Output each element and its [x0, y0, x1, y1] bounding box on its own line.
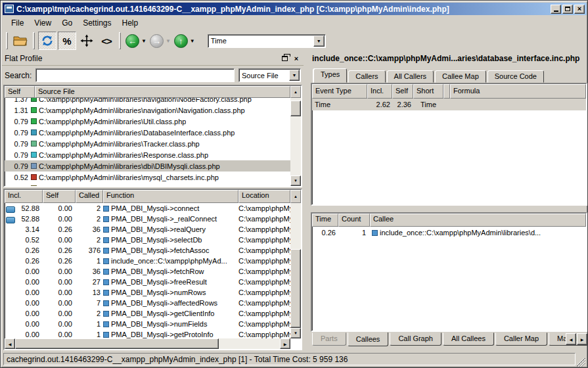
scrollbar-thumb[interactable]: [15, 338, 219, 349]
toolbar-handle[interactable]: [119, 32, 121, 49]
menu-go[interactable]: Go: [57, 17, 78, 29]
back-icon: ←: [128, 37, 137, 45]
function-row[interactable]: 52.880.002PMA_DBI_Mysqli->connectC:\xamp…: [5, 203, 290, 214]
scrollbar-thumb[interactable]: [290, 101, 301, 116]
col-event-type[interactable]: Event Type: [312, 84, 367, 99]
open-file-button[interactable]: [11, 32, 30, 50]
scroll-left-icon[interactable]: ◀: [5, 338, 15, 349]
tab-call-graph[interactable]: Call Graph: [390, 333, 441, 346]
tab-parts[interactable]: Parts: [312, 333, 346, 346]
scroll-up-icon[interactable]: ▲: [290, 190, 301, 203]
menu-file[interactable]: File: [6, 17, 29, 29]
function-row[interactable]: 0.260.261include_once::C:\xampp\phpMyAd.…: [5, 256, 290, 266]
callee-row[interactable]: 0.26 1 include_once::C:\xampp\phpMyAdmin…: [312, 227, 586, 239]
refresh-button[interactable]: [38, 32, 57, 50]
back-button[interactable]: ←: [125, 34, 139, 48]
function-row[interactable]: 0.000.0027PMA_DBI_Mysqli->freeResultC:\x…: [5, 277, 290, 287]
function-row[interactable]: 52.880.002PMA_DBI_Mysqli->_realConnectC:…: [5, 214, 290, 224]
col-incl[interactable]: Incl.: [367, 84, 392, 99]
toolbar-handle[interactable]: [33, 32, 35, 49]
function-row[interactable]: 3.140.2636PMA_DBI_Mysqli->realQueryC:\xa…: [5, 224, 290, 235]
panel-splitter[interactable]: [304, 52, 311, 350]
source-file-row[interactable]: 1.31C:\xampp\phpMyAdmin\libraries\naviga…: [5, 104, 290, 116]
title-bar[interactable]: C:\xampp\tmp\cachegrind.out.1416463299-C…: [3, 3, 587, 15]
tab-all-callees[interactable]: All Callees: [443, 333, 494, 346]
forward-button[interactable]: →: [150, 34, 164, 48]
source-file-row[interactable]: 0.52C:\xampp\phpMyAdmin\libraries\mysql_…: [5, 172, 290, 183]
search-input[interactable]: [35, 68, 235, 82]
dock-float-button[interactable]: [280, 55, 289, 63]
tab-callers[interactable]: Callers: [348, 70, 385, 83]
tab-scroll-right-icon[interactable]: ▶: [577, 333, 587, 345]
event-type-row[interactable]: Time 2.62 2.36 Time: [312, 99, 586, 110]
col-short[interactable]: Short: [413, 84, 443, 99]
chevron-down-icon[interactable]: ▼: [289, 70, 300, 81]
col-time[interactable]: Time: [312, 214, 338, 227]
dock-close-button[interactable]: ×: [292, 55, 301, 63]
function-row[interactable]: 0.000.001PMA_DBI_Mysqli->numFieldsC:\xam…: [5, 319, 290, 329]
scroll-up-icon[interactable]: ▲: [290, 86, 301, 98]
col-called[interactable]: Called: [76, 190, 103, 203]
source-file-row[interactable]: 0.79C:\xampp\phpMyAdmin\libraries\dbi\DB…: [5, 160, 290, 172]
function-row[interactable]: 0.000.001PMA_DBI_Mysqli->getProtoInfoC:\…: [5, 329, 290, 338]
resize-grip[interactable]: [577, 358, 585, 367]
tab-callees[interactable]: Callees: [348, 333, 389, 346]
function-table-vscrollbar[interactable]: ▼: [290, 203, 301, 338]
scroll-down-icon[interactable]: ▼: [290, 328, 301, 338]
types-table: Event Type Incl. Self Short Formula Time…: [311, 83, 587, 206]
tab-source-code[interactable]: Source Code: [487, 70, 544, 83]
source-list-vscrollbar[interactable]: ▼: [290, 98, 301, 186]
minimize-button[interactable]: [551, 5, 561, 14]
source-file-row[interactable]: 0.52C:\xampp\phpMyAdmin\libraries\user_p…: [5, 183, 290, 186]
tab-callee-map[interactable]: Callee Map: [435, 70, 486, 83]
col-incl[interactable]: Incl.: [5, 190, 43, 203]
source-file-row[interactable]: 0.79C:\xampp\phpMyAdmin\libraries\Tracke…: [5, 138, 290, 149]
percent-toggle-button[interactable]: %: [58, 32, 76, 50]
col-function[interactable]: Function: [103, 190, 238, 203]
event-type-selector[interactable]: Time ▼: [208, 34, 326, 48]
col-callee[interactable]: Callee: [370, 214, 586, 227]
menu-help[interactable]: Help: [117, 17, 144, 29]
col-formula[interactable]: Formula: [450, 84, 586, 99]
function-row[interactable]: 0.000.0013PMA_DBI_Mysqli->numRowsC:\xamp…: [5, 287, 290, 298]
col-self[interactable]: Self: [43, 190, 76, 203]
tab-types[interactable]: Types: [313, 68, 347, 83]
chevron-down-icon[interactable]: ▼: [313, 35, 325, 47]
source-file-row[interactable]: 1.37C:\xampp\phpMyAdmin\libraries\naviga…: [5, 98, 290, 104]
tab-all-callers[interactable]: All Callers: [387, 70, 434, 83]
function-row[interactable]: 0.260.26376PMA_DBI_Mysqli->fetchAssocC:\…: [5, 245, 290, 256]
menu-settings[interactable]: Settings: [78, 17, 116, 29]
scroll-right-icon[interactable]: ▶: [280, 338, 290, 349]
function-table-hscrollbar[interactable]: ◀ ▶: [5, 338, 290, 349]
toolbar-handle[interactable]: [6, 32, 8, 49]
function-row[interactable]: 0.000.002PMA_DBI_Mysqli->getClientInfoC:…: [5, 308, 290, 319]
cycle-detail-button[interactable]: <>: [97, 32, 116, 50]
source-file-row[interactable]: 0.79C:\xampp\phpMyAdmin\libraries\Util.c…: [5, 116, 290, 127]
flat-profile-header[interactable]: Flat Profile ×: [2, 52, 304, 66]
source-file-row[interactable]: 0.79C:\xampp\phpMyAdmin\libraries\Respon…: [5, 149, 290, 160]
group-selector[interactable]: Source File ▼: [238, 68, 301, 82]
function-row[interactable]: 0.520.002PMA_DBI_Mysqli->selectDbC:\xamp…: [5, 235, 290, 245]
scrollbar-thumb[interactable]: [290, 249, 301, 328]
up-dropdown[interactable]: ▼: [188, 38, 198, 44]
up-button[interactable]: ↑: [174, 34, 188, 48]
maximize-button[interactable]: [562, 5, 573, 14]
function-row[interactable]: 0.000.0036PMA_DBI_Mysqli->fetchRowC:\xam…: [5, 266, 290, 277]
menu-view[interactable]: View: [29, 17, 57, 29]
close-button[interactable]: ×: [574, 5, 585, 14]
function-name: PMA_DBI_Mysqli->fetchAssoc: [111, 246, 209, 254]
tab-scroll-left-icon[interactable]: ◀: [566, 333, 576, 345]
col-spacer[interactable]: [443, 84, 450, 99]
col-count[interactable]: Count: [338, 214, 370, 227]
col-location[interactable]: Location: [238, 190, 290, 203]
source-file-row[interactable]: 0.79C:\xampp\phpMyAdmin\libraries\Databa…: [5, 127, 290, 138]
move-button[interactable]: [78, 32, 96, 50]
col-source-file[interactable]: Source File: [35, 86, 290, 98]
function-row[interactable]: 0.000.007PMA_DBI_Mysqli->affectedRowsC:\…: [5, 298, 290, 308]
col-self[interactable]: Self: [392, 84, 413, 99]
col-self[interactable]: Self: [5, 86, 35, 98]
back-dropdown[interactable]: ▼: [139, 38, 150, 44]
tab-caller-map[interactable]: Caller Map: [495, 333, 547, 346]
scroll-down-icon[interactable]: ▼: [290, 175, 301, 186]
forward-dropdown[interactable]: ▼: [164, 38, 174, 44]
